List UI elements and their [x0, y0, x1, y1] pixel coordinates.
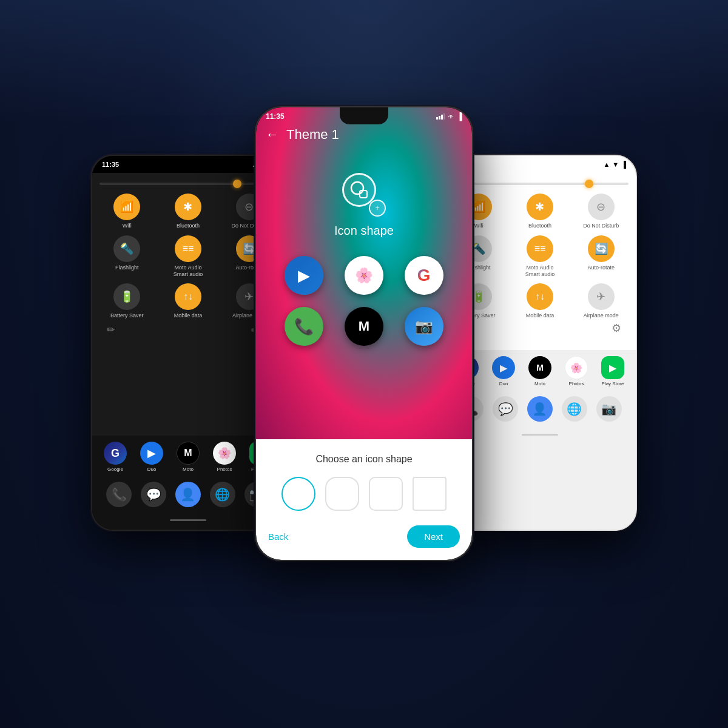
duo-label-right: Duo: [499, 381, 508, 386]
qs-motoaudio-right[interactable]: ≡≡ Moto AudioSmart audio: [513, 235, 568, 278]
app-moto-left[interactable]: M Moto: [177, 442, 200, 472]
qs-wifi-label-right: Wifi: [474, 223, 484, 229]
playstore-icon-right[interactable]: ▶: [601, 356, 624, 379]
center-apps-grid: ▶ 🌸 G 📞 M 📷: [256, 244, 472, 358]
svg-point-4: [351, 182, 363, 194]
qs-bluetooth-right[interactable]: ✱ Bluetooth: [513, 194, 568, 229]
photos-label-left: Photos: [217, 467, 232, 472]
qs-battery-left[interactable]: 🔋 Battery Saver: [99, 283, 155, 319]
brightness-bar-left[interactable]: [99, 183, 277, 185]
app-photos-left[interactable]: 🌸 Photos: [213, 442, 236, 472]
app-phone-center[interactable]: 📞: [285, 307, 323, 346]
messages-app-right[interactable]: 💬: [493, 396, 518, 422]
qs-motoaudio-label-right: Moto AudioSmart audio: [525, 265, 555, 278]
qs-bluetooth-label-right: Bluetooth: [528, 223, 551, 229]
edit-icon-left[interactable]: ✏: [107, 324, 115, 335]
dialog-actions: Back Next: [268, 525, 460, 548]
app-moto-right[interactable]: M Moto: [528, 356, 551, 386]
qs-autorotate-label-right: Auto-rotate: [587, 265, 615, 271]
qs-airplane-right[interactable]: ✈ Airplane mode: [573, 283, 629, 319]
app-duo-right[interactable]: ▶ Duo: [492, 356, 515, 386]
app-photos-right[interactable]: 🌸 Photos: [565, 356, 588, 386]
qs-motoaudio-left[interactable]: ≡≡ Moto AudioSmart audio: [161, 235, 216, 278]
qs-mobiledata-left[interactable]: ↑↓ Mobile data: [161, 283, 216, 319]
dock-row-right-1: G Google ▶ Duo M Moto: [449, 356, 631, 386]
qs-grid-left: 📶 Wifi ✱ Bluetooth ⊖ Do No: [99, 194, 277, 319]
qs-airplane-label-right: Airplane mode: [584, 312, 619, 319]
status-icons-center: ▐: [436, 111, 462, 121]
phones-container: 11:35 ▲ ▼ ▐ 📶 Wi: [91, 106, 637, 622]
icon-shape-sub: +: [369, 200, 386, 217]
app-playstore-right[interactable]: ▶ Play Store: [601, 356, 624, 386]
phone-notch: [340, 107, 388, 124]
app-duo-left[interactable]: ▶ Duo: [140, 442, 163, 472]
mobiledata-icon-right-btn[interactable]: ↑↓: [527, 283, 553, 310]
motoaudio-icon-right-btn[interactable]: ≡≡: [527, 235, 553, 262]
qs-mobiledata-right[interactable]: ↑↓ Mobile data: [513, 283, 568, 319]
app-google-center[interactable]: G: [405, 256, 443, 295]
next-button-dialog[interactable]: Next: [407, 525, 460, 548]
phone-app-left[interactable]: 📞: [106, 482, 132, 507]
nav-indicator-right: [522, 434, 558, 436]
moto-icon-right[interactable]: M: [528, 356, 551, 379]
duo-icon-left[interactable]: ▶: [140, 442, 163, 465]
messages-app-left[interactable]: 💬: [141, 482, 166, 507]
camera-app-right[interactable]: 📷: [596, 396, 622, 422]
signal-center-icon: [436, 113, 445, 120]
moto-icon-left[interactable]: M: [177, 442, 200, 465]
photos-icon-left[interactable]: 🌸: [213, 442, 236, 465]
moto-label-right: Moto: [534, 381, 545, 386]
airplane-icon-right-btn[interactable]: ✈: [588, 283, 615, 310]
svg-rect-1: [439, 116, 440, 120]
icon-shape-icon-wrap: +: [342, 173, 386, 217]
bottom-toolbar-right: ● ⚙: [451, 319, 629, 340]
app-google-left[interactable]: G Google: [104, 442, 127, 472]
photos-icon-right[interactable]: 🌸: [565, 356, 588, 379]
assistant-app-right[interactable]: 👤: [527, 396, 553, 422]
qs-bluetooth-left[interactable]: ✱ Bluetooth: [161, 194, 216, 229]
battery-icon-left-btn[interactable]: 🔋: [113, 283, 140, 310]
home-row-left: 📞 💬 👤 🌐 📷: [97, 477, 279, 512]
qs-bluetooth-label-left: Bluetooth: [177, 223, 200, 229]
brightness-thumb-left: [233, 180, 241, 188]
qs-flashlight-left[interactable]: 🔦 Flashlight: [99, 235, 155, 278]
back-btn-center[interactable]: ←: [266, 127, 279, 143]
nav-indicator-left: [170, 519, 206, 521]
qs-autorotate-right[interactable]: 🔄 Auto-rotate: [573, 235, 629, 278]
shape-squircle[interactable]: [325, 477, 359, 511]
battery-icon-right: ▐: [621, 161, 626, 168]
app-camera-center[interactable]: 📷: [405, 307, 443, 346]
google-label-left: Google: [107, 467, 123, 472]
bluetooth-icon-right-btn[interactable]: ✱: [527, 194, 553, 220]
shape-square[interactable]: [413, 477, 447, 511]
gear-icon-right[interactable]: ⚙: [612, 322, 621, 335]
chrome-app-left[interactable]: 🌐: [210, 482, 235, 507]
app-playstore-center[interactable]: ▶: [285, 256, 323, 295]
qs-wifi-left[interactable]: 📶 Wifi: [99, 194, 155, 229]
shape-circle[interactable]: [281, 477, 315, 511]
moto-label-left: Moto: [183, 467, 194, 472]
google-icon-left[interactable]: G: [104, 442, 127, 465]
chrome-app-right[interactable]: 🌐: [562, 396, 587, 422]
mobiledata-icon-left-btn[interactable]: ↑↓: [175, 283, 201, 310]
motoaudio-icon-left-btn[interactable]: ≡≡: [175, 235, 201, 262]
home-row-right: 📞 💬 👤 🌐 📷: [449, 391, 631, 426]
back-button-dialog[interactable]: Back: [268, 531, 288, 542]
qs-flashlight-label-left: Flashlight: [115, 265, 139, 271]
shape-main-icon: [350, 181, 368, 199]
flashlight-icon-left-btn[interactable]: 🔦: [113, 235, 140, 262]
app-photos-center[interactable]: 🌸: [345, 256, 383, 295]
bluetooth-icon-left-btn[interactable]: ✱: [175, 194, 201, 220]
svg-rect-5: [360, 190, 367, 198]
assistant-app-left[interactable]: 👤: [175, 482, 201, 507]
app-motorola-center[interactable]: M: [345, 307, 383, 346]
icon-shape-preview: + Icon shape: [256, 173, 472, 238]
center-content: ← Theme 1 +: [256, 107, 472, 560]
qs-dnd-right[interactable]: ⊖ Do Not Disturb: [573, 194, 629, 229]
dnd-icon-right-btn[interactable]: ⊖: [588, 194, 615, 220]
autorotate-icon-right-btn[interactable]: 🔄: [588, 235, 615, 262]
duo-icon-right[interactable]: ▶: [492, 356, 515, 379]
shape-rounded[interactable]: [369, 477, 403, 511]
brightness-bar-right[interactable]: [451, 183, 629, 185]
wifi-icon-left-btn[interactable]: 📶: [113, 194, 140, 220]
